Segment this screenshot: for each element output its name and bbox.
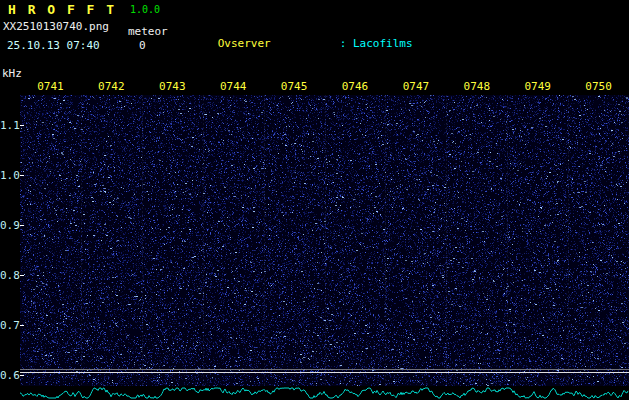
freq-tick-label: 1.0 [0, 169, 17, 182]
time-tick-label: 0750 [568, 80, 629, 93]
info-value: : Lacofilms [340, 37, 413, 50]
time-tick-label: 0744 [203, 80, 264, 93]
freq-tick-label: 0.7 [0, 319, 17, 332]
meteor-echo-count: 0 [139, 39, 146, 52]
time-tick-label: 0748 [446, 80, 507, 93]
spectrogram-canvas [20, 95, 629, 386]
freq-tick-label: 1.1 [0, 119, 17, 132]
app-version: 1.0.0 [130, 4, 160, 15]
freq-tick-label: 0.9 [0, 219, 17, 232]
time-axis: 0741 0742 0743 0744 0745 0746 0747 0748 … [20, 80, 629, 93]
time-tick-label: 0746 [325, 80, 386, 93]
app-title: H R O F F T [8, 2, 116, 17]
info-label: Ovserver [218, 38, 340, 50]
time-tick-label: 0742 [81, 80, 142, 93]
time-tick-label: 0749 [507, 80, 568, 93]
mode-label: meteor [128, 25, 168, 38]
observation-datetime: 25.10.13 07:40 [7, 39, 100, 52]
freq-tick-label: 0.6 [0, 369, 17, 382]
info-row-observer: Ovserver: Lacofilms [178, 26, 505, 62]
time-tick-label: 0741 [20, 80, 81, 93]
hrofft-window: H R O F F T 1.0.0 XX2510130740.png meteo… [0, 0, 629, 400]
signal-level-waveform [20, 386, 629, 400]
time-tick-label: 0745 [264, 80, 325, 93]
time-tick-label: 0743 [142, 80, 203, 93]
freq-tick-label: 0.8 [0, 269, 17, 282]
output-filename: XX2510130740.png [3, 20, 109, 33]
time-tick-label: 0747 [385, 80, 446, 93]
frequency-unit-label: kHz [2, 67, 22, 80]
